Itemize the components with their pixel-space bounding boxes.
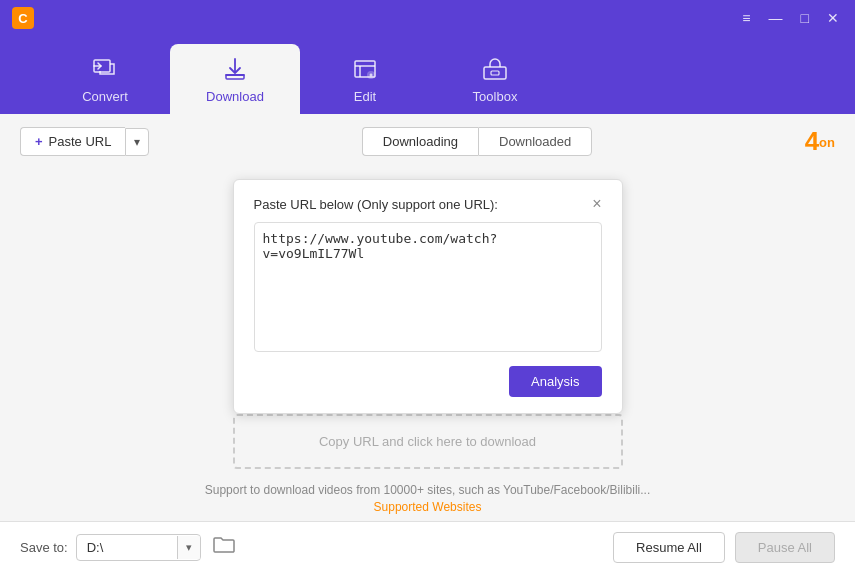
supported-websites-link[interactable]: Supported Websites: [374, 500, 482, 514]
tab-downloading[interactable]: Downloading: [362, 127, 478, 156]
window-controls: ≡ — □ ✕: [738, 8, 843, 28]
tab-edit-label: Edit: [354, 89, 376, 104]
download-tabs: Downloading Downloaded: [362, 127, 592, 156]
bottom-actions: Resume All Pause All: [613, 532, 835, 563]
url-dialog-title: Paste URL below (Only support one URL):: [254, 197, 498, 212]
title-bar: C ≡ — □ ✕: [0, 0, 855, 36]
support-text: Support to download videos from 10000+ s…: [205, 483, 651, 497]
tab-convert[interactable]: Convert: [40, 44, 170, 114]
analysis-button[interactable]: Analysis: [509, 366, 601, 397]
minimize-button[interactable]: —: [765, 8, 787, 28]
save-to-group: Save to: D:\ ▾: [20, 532, 239, 563]
tab-downloaded[interactable]: Downloaded: [478, 127, 592, 156]
svg-rect-1: [226, 75, 244, 79]
drop-zone-text: Copy URL and click here to download: [319, 434, 536, 449]
paste-url-button[interactable]: + Paste URL: [20, 127, 125, 156]
svg-rect-4: [484, 67, 506, 79]
paste-url-dropdown[interactable]: ▾: [125, 128, 149, 156]
paste-url-label: Paste URL: [49, 134, 112, 149]
4on-logo: 4on: [805, 126, 835, 157]
save-to-label: Save to:: [20, 540, 68, 555]
tab-toolbox[interactable]: Toolbox: [430, 44, 560, 114]
analysis-row: Analysis: [254, 366, 602, 397]
tab-edit[interactable]: Edit: [300, 44, 430, 114]
url-dialog-header: Paste URL below (Only support one URL): …: [254, 196, 602, 212]
drop-zone[interactable]: Copy URL and click here to download: [233, 414, 623, 469]
tab-convert-label: Convert: [82, 89, 128, 104]
tab-download[interactable]: Download: [170, 44, 300, 114]
url-dialog: Paste URL below (Only support one URL): …: [233, 179, 623, 414]
url-dialog-close-button[interactable]: ×: [592, 196, 601, 212]
close-button[interactable]: ✕: [823, 8, 843, 28]
svg-rect-5: [491, 71, 499, 75]
bottom-bar: Save to: D:\ ▾ Resume All Pause All: [0, 521, 855, 568]
paste-url-group: + Paste URL ▾: [20, 127, 149, 156]
app-logo: C: [12, 7, 34, 29]
url-input[interactable]: https://www.youtube.com/watch?v=vo9LmIL7…: [254, 222, 602, 352]
save-path-dropdown[interactable]: ▾: [177, 536, 200, 559]
tab-download-label: Download: [206, 89, 264, 104]
nav-bar: Convert Download Edit Toolbox: [0, 36, 855, 114]
save-path: D:\: [77, 535, 177, 560]
save-to-select: D:\ ▾: [76, 534, 201, 561]
menu-button[interactable]: ≡: [738, 8, 754, 28]
pause-all-button[interactable]: Pause All: [735, 532, 835, 563]
toolbar: + Paste URL ▾ Downloading Downloaded 4on: [0, 114, 855, 169]
tab-toolbox-label: Toolbox: [473, 89, 518, 104]
resume-all-button[interactable]: Resume All: [613, 532, 725, 563]
main-area: Paste URL below (Only support one URL): …: [0, 169, 855, 521]
plus-icon: +: [35, 134, 43, 149]
content-area: + Paste URL ▾ Downloading Downloaded 4on…: [0, 114, 855, 568]
maximize-button[interactable]: □: [797, 8, 813, 28]
open-folder-button[interactable]: [209, 532, 239, 563]
footer-info: Support to download videos from 10000+ s…: [205, 469, 651, 521]
